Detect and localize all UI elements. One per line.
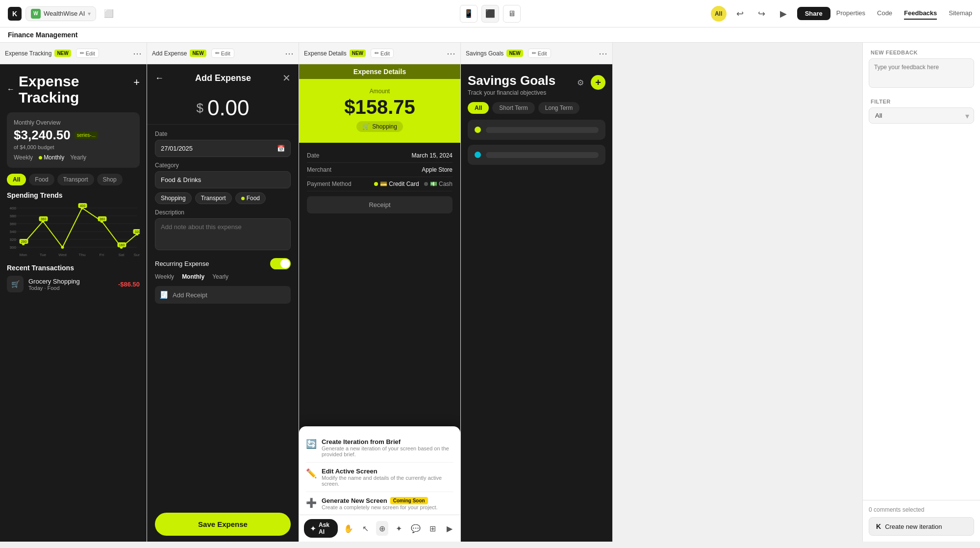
goal-tab-long[interactable]: Long Term xyxy=(538,102,579,114)
play-icon[interactable]: ▶ xyxy=(776,6,791,22)
k-logo: K xyxy=(8,7,22,21)
svg-text:Wed: Wed xyxy=(58,253,66,257)
nav-properties[interactable]: Properties xyxy=(836,7,865,20)
cat-shop[interactable]: Shop xyxy=(97,174,123,185)
screen1-label: Expense Tracking xyxy=(5,50,51,57)
panel-bottom: 0 comments selected K Create new iterati… xyxy=(863,500,980,542)
screen2-edit-label: Edit xyxy=(221,51,230,56)
period-monthly[interactable]: Monthly xyxy=(39,154,64,161)
goal-tab-short[interactable]: Short Term xyxy=(492,102,534,114)
feedback-textarea[interactable] xyxy=(869,58,974,88)
plus-tool-icon[interactable]: ⊕ xyxy=(376,521,388,536)
context-item-1-desc: Generate a new iteration of your screen … xyxy=(322,445,453,457)
finance-section-title: Finance Management xyxy=(8,31,77,39)
tag-shopping[interactable]: Shopping xyxy=(155,192,192,204)
svg-text:Fri: Fri xyxy=(100,253,104,257)
screen1-header: ← Expense Tracking + xyxy=(7,73,140,105)
screen-col-1: Expense Tracking NEW ✏ Edit ⋯ ← Expense xyxy=(0,43,147,542)
sparkle-tool-icon[interactable]: ✦ xyxy=(393,521,405,536)
cursor-tool-icon[interactable]: ↖ xyxy=(359,521,371,536)
play-tool-icon[interactable]: ▶ xyxy=(444,521,455,536)
cart-icon: 🛒 xyxy=(362,123,370,130)
pay-cash[interactable]: 💵 Cash xyxy=(424,181,452,187)
freq-weekly[interactable]: Weekly xyxy=(155,273,174,280)
desktop-device-btn[interactable]: 🖥 xyxy=(503,5,521,23)
trends-title: Spending Trends xyxy=(7,191,140,199)
screen3-edit-label: Edit xyxy=(380,51,390,56)
period-weekly[interactable]: Weekly xyxy=(14,154,33,161)
plus-icon[interactable]: + xyxy=(133,76,140,89)
nav-feedbacks[interactable]: Feedbacks xyxy=(904,7,937,20)
screen4-edit-btn[interactable]: ✏ Edit xyxy=(528,49,551,58)
redo-icon[interactable]: ↪ xyxy=(754,6,770,22)
chat-tool-icon[interactable]: 💬 xyxy=(410,521,422,536)
category-input[interactable]: Food & Drinks xyxy=(155,171,291,188)
recurring-toggle[interactable] xyxy=(270,258,291,269)
save-btn-area: Save Expense xyxy=(147,507,299,542)
ask-ai-btn[interactable]: ✦ Ask AI xyxy=(304,519,338,538)
screen2-edit-btn[interactable]: ✏ Edit xyxy=(211,49,234,58)
period-yearly[interactable]: Yearly xyxy=(70,154,86,161)
category-pill: 🛒 Shopping xyxy=(356,121,403,132)
screen1-header-left: ← Expense Tracking xyxy=(7,73,79,105)
grid-tool-icon[interactable]: ⊞ xyxy=(427,521,438,536)
mobile-device-btn[interactable]: 📱 xyxy=(460,5,477,23)
screen4-label-bar: Savings Goals NEW ✏ Edit ⋯ xyxy=(461,43,612,64)
cash-dot xyxy=(424,182,428,186)
hand-tool-icon[interactable]: ✋ xyxy=(343,521,354,536)
context-item-1[interactable]: 🔄 Create Iteration from Brief Generate a… xyxy=(306,433,453,463)
payment-methods: 💳 Credit Card 💵 Cash xyxy=(374,181,452,187)
tag-transport[interactable]: Transport xyxy=(195,192,232,204)
filter-select[interactable]: All Open Resolved xyxy=(869,107,974,124)
modal-back-icon[interactable]: ← xyxy=(155,73,164,83)
amount-area: Amount $158.75 🛒 Shopping xyxy=(307,88,452,132)
recent-transactions: Recent Transactions 🛒 Grocery Shopping T… xyxy=(7,264,140,292)
svg-text:320: 320 xyxy=(135,230,140,234)
screen3-frame: Expense Details Amount $158.75 🛒 Shoppin… xyxy=(299,64,460,542)
tag-food[interactable]: Food xyxy=(235,192,266,204)
goal-tab-all[interactable]: All xyxy=(468,102,489,114)
svg-text:Mon: Mon xyxy=(20,253,27,257)
screen2-more-btn[interactable]: ⋯ xyxy=(285,48,294,59)
coming-soon-badge: Coming Soon xyxy=(390,497,428,504)
freq-monthly[interactable]: Monthly xyxy=(182,273,204,280)
back-arrow-icon[interactable]: ← xyxy=(7,85,15,94)
date-input[interactable]: 27/01/2025 📅 xyxy=(155,140,291,157)
create-iteration-button[interactable]: K Create new iteration xyxy=(869,517,974,536)
screen1-edit-btn[interactable]: ✏ Edit xyxy=(76,49,99,58)
cat-food[interactable]: Food xyxy=(29,174,54,185)
context-item-3[interactable]: ➕ Generate New Screen Coming Soon Create… xyxy=(306,492,453,515)
nav-code[interactable]: Code xyxy=(877,7,892,20)
screen3-more-btn[interactable]: ⋯ xyxy=(447,48,455,59)
detail-row-date: Date March 15, 2024 xyxy=(307,149,452,163)
modal-close-icon[interactable]: ✕ xyxy=(282,72,291,84)
create-iteration-label: Create new iteration xyxy=(885,523,942,530)
add-receipt-btn[interactable]: 🧾 Add Receipt xyxy=(155,286,291,304)
tablet-device-btn[interactable]: ⬛ xyxy=(481,5,499,23)
undo-icon[interactable]: ↩ xyxy=(732,6,748,22)
app-badge[interactable]: W WealthWise AI ▾ xyxy=(25,6,96,21)
freq-yearly[interactable]: Yearly xyxy=(212,273,228,280)
filter-select-wrapper: All Open Resolved ▾ xyxy=(869,107,974,124)
detail-merchant-key: Merchant xyxy=(307,166,331,173)
description-textarea[interactable] xyxy=(155,218,291,250)
category-text: Shopping xyxy=(372,123,397,130)
context-item-2[interactable]: ✏️ Edit Active Screen Modify the name an… xyxy=(306,463,453,492)
nav-sitemap[interactable]: Sitemap xyxy=(949,7,972,20)
screen3-edit-btn[interactable]: ✏ Edit xyxy=(371,49,394,58)
cat-transport[interactable]: Transport xyxy=(57,174,94,185)
goal-card-1 xyxy=(468,120,605,140)
add-goal-btn[interactable]: + xyxy=(591,75,605,90)
goal-dot-1 xyxy=(475,127,481,133)
share-button[interactable]: Share xyxy=(797,7,830,20)
screen4-more-btn[interactable]: ⋯ xyxy=(599,48,607,59)
filter-icon[interactable]: ⚙ xyxy=(573,75,588,90)
add-expense-title: Add Expense xyxy=(195,73,251,83)
pencil-icon-4: ✏ xyxy=(532,50,536,56)
pay-credit[interactable]: 💳 Credit Card xyxy=(374,181,419,187)
save-expense-button[interactable]: Save Expense xyxy=(155,513,291,536)
credit-label: 💳 Credit Card xyxy=(380,181,419,187)
cat-all[interactable]: All xyxy=(7,174,26,185)
screen1-more-btn[interactable]: ⋯ xyxy=(133,48,142,59)
screen3-new-badge: NEW xyxy=(350,50,366,57)
